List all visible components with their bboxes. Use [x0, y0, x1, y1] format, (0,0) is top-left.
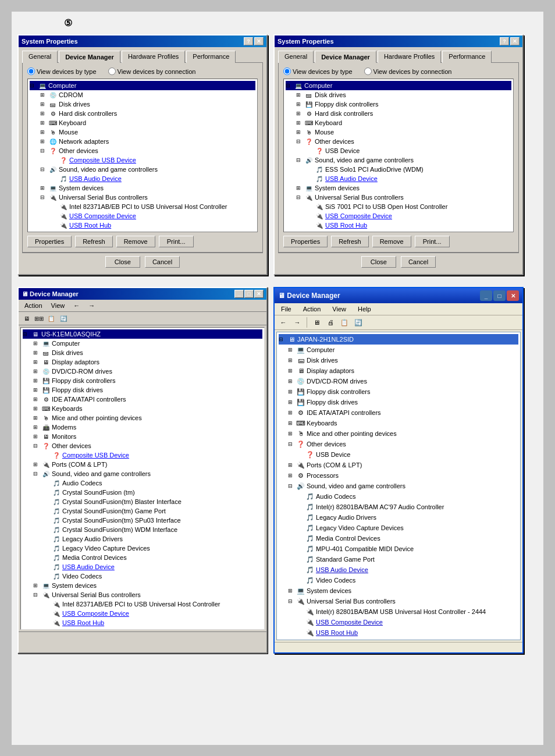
- radio-by-type-input[interactable]: [27, 68, 35, 75]
- tree-item[interactable]: 🎵 Crystal SoundFusion (tm): [44, 488, 262, 497]
- bl-max-btn[interactable]: □: [244, 290, 254, 298]
- tree-item[interactable]: ⊟ 💻 Computer: [30, 81, 255, 90]
- tree-item[interactable]: ⊞ 🔌 Ports (COM & LPT): [33, 460, 262, 469]
- tree-item[interactable]: 🎵 Legacy Video Capture Devices: [44, 544, 262, 553]
- tree-item[interactable]: ⊞ 💾 Floppy disk controllers: [33, 376, 262, 385]
- radio-by-type-r[interactable]: View devices by type: [283, 68, 353, 75]
- tree-item[interactable]: ⊟ ❓ Other devices: [40, 146, 255, 155]
- tree-item[interactable]: 🎵 USB Audio Device: [51, 174, 255, 183]
- tree-item[interactable]: ⊞ 🌐 Network adapters: [40, 137, 255, 146]
- toolbar-back[interactable]: ←: [278, 317, 289, 328]
- tree-item[interactable]: ⊞ 🖴 Disk drives: [40, 100, 255, 109]
- tree-item[interactable]: ⊟ ❓ Other devices: [33, 441, 262, 450]
- refresh-btn-r[interactable]: Refresh: [331, 236, 369, 247]
- tab-hardware-profiles-r[interactable]: Hardware Profiles: [378, 51, 441, 63]
- tree-item[interactable]: ⊞ 🖥 Monitors: [33, 432, 262, 441]
- tree-item[interactable]: ⊞ 💻 System devices: [40, 183, 255, 193]
- tree-item[interactable]: ⊞ 🖴 Disk drives: [296, 90, 511, 100]
- br-close-btn[interactable]: ✕: [507, 290, 519, 301]
- tree-item[interactable]: ⊟ 🖥 US-K1EML0ASQIHZ: [23, 329, 262, 339]
- properties-btn[interactable]: Properties: [27, 236, 72, 247]
- tree-item[interactable]: ⊞ 💾 Floppy disk drives: [288, 397, 518, 407]
- tree-item[interactable]: ⊟ 🔊 Sound, video and game controllers: [288, 481, 518, 491]
- tree-item[interactable]: ⊞ 🖱 Mouse: [296, 127, 511, 137]
- tree-item[interactable]: ⊟ 🔊 Sound, video and game controllers: [40, 165, 255, 174]
- tree-item[interactable]: 🎵 Legacy Audio Drivers: [44, 534, 262, 544]
- tree-item[interactable]: 🎵 MPU-401 Compatible MIDI Device: [297, 544, 518, 554]
- print-btn[interactable]: Print...: [159, 236, 194, 247]
- tree-item[interactable]: ⊞ 💿 CDROM: [40, 90, 255, 100]
- bl-min-btn[interactable]: _: [234, 290, 244, 298]
- tree-item[interactable]: 🎵 Audio Codecs: [297, 491, 518, 502]
- tree-item[interactable]: ⊞ 🖴 Disk drives: [33, 348, 262, 357]
- tree-item[interactable]: ⊞ ⌨ Keyboards: [33, 404, 262, 413]
- menu-action[interactable]: Action: [300, 304, 324, 314]
- tree-item[interactable]: 🎵 Crystal SoundFusion(tm) Blaster Interf…: [44, 497, 262, 506]
- close-btn-r[interactable]: Close: [361, 256, 396, 268]
- tree-item[interactable]: ⊞ 🖥 Display adaptors: [288, 365, 518, 376]
- tree-item[interactable]: 🎵 Media Control Devices: [297, 533, 518, 544]
- tree-item[interactable]: ⊟ 🔊 Sound, video and game controllers: [33, 469, 262, 478]
- tree-item[interactable]: 🎵 Standard Game Port: [297, 554, 518, 565]
- menu-help[interactable]: Help: [355, 304, 374, 314]
- tree-item[interactable]: 🎵 USB Audio Device: [297, 565, 518, 575]
- tree-item[interactable]: 🔌 Intel 82371AB/EB PCI to USB Universal …: [51, 202, 255, 211]
- tree-item[interactable]: ⊟ ❓ Other devices: [288, 439, 518, 449]
- tree-item[interactable]: ❓ USB Device: [297, 449, 518, 460]
- toolbar-computer[interactable]: 🖥: [311, 317, 322, 328]
- tree-item[interactable]: 🔌 USB Composite Device: [51, 211, 255, 221]
- cancel-btn[interactable]: Cancel: [145, 256, 180, 268]
- br-min-btn[interactable]: _: [480, 290, 492, 301]
- tree-item[interactable]: ⊞ 💾 Floppy disk controllers: [288, 386, 518, 397]
- radio-by-type-r-input[interactable]: [283, 68, 291, 75]
- close-btn[interactable]: Close: [105, 256, 140, 268]
- tree-item[interactable]: ⊞ ⚙ Hard disk controllers: [296, 109, 511, 118]
- tree-item[interactable]: ⊞ 🔌 Ports (COM & LPT): [288, 460, 518, 470]
- tree-item[interactable]: ⊞ 💻 Computer: [288, 345, 518, 355]
- tree-item[interactable]: 🎵 Intel(r) 82801BA/BAM AC'97 Audio Contr…: [297, 502, 518, 512]
- radio-by-connection-input[interactable]: [108, 68, 116, 75]
- tree-item[interactable]: ⊟ 🖥 JAPAN-2H1NL2SID: [279, 334, 518, 345]
- tree-item[interactable]: ⊞ 💻 Computer: [33, 339, 262, 348]
- tree-item[interactable]: 🎵 USB Audio Device: [307, 174, 511, 183]
- tab-device-manager-r[interactable]: Device Manager: [315, 51, 376, 63]
- tab-performance[interactable]: Performance: [186, 51, 236, 63]
- menu-file[interactable]: File: [278, 304, 294, 314]
- menu-view[interactable]: View: [329, 304, 349, 314]
- tree-item[interactable]: ⊞ ⌨ Keyboard: [296, 118, 511, 127]
- tab-device-manager[interactable]: Device Manager: [59, 51, 120, 63]
- tree-item[interactable]: ❓ Composite USB Device: [51, 155, 255, 165]
- tree-item[interactable]: 🎵 ESS Solo1 PCI AudioDrive (WDM): [307, 165, 511, 174]
- radio-by-connection-r-input[interactable]: [364, 68, 372, 75]
- cancel-btn-r[interactable]: Cancel: [401, 256, 436, 268]
- tree-item[interactable]: 🔌 USB Root Hub: [44, 618, 262, 627]
- menu-view[interactable]: View: [48, 301, 68, 310]
- top-right-help-btn[interactable]: ?: [500, 37, 509, 45]
- toolbar-forward[interactable]: →: [291, 317, 303, 328]
- tree-item[interactable]: 🔌 USB Root Hub: [307, 221, 511, 230]
- tree-item[interactable]: ⊟ 🔌 Universal Serial Bus controllers: [33, 590, 262, 599]
- print-btn-r[interactable]: Print...: [415, 236, 450, 247]
- top-left-close-btn[interactable]: ✕: [254, 37, 264, 45]
- tree-item[interactable]: ⊞ ⌨ Keyboard: [40, 118, 255, 127]
- tree-item[interactable]: 🔌 USB Composite Device: [44, 609, 262, 618]
- top-right-close-btn[interactable]: ✕: [510, 37, 520, 45]
- tree-item[interactable]: ❓ Composite USB Device: [44, 450, 262, 460]
- tree-item[interactable]: 🎵 Crystal SoundFusion(tm) SPu03 Interfac…: [44, 516, 262, 525]
- tree-item[interactable]: 🔌 Intel(r) 82801BA/BAM USB Universal Hos…: [297, 606, 518, 617]
- tree-item[interactable]: ⊟ ❓ Other devices: [296, 137, 511, 146]
- toolbar-refresh[interactable]: 🔄: [353, 317, 364, 328]
- tree-item[interactable]: ⊟ 🔊 Sound, video and game controllers: [296, 155, 511, 165]
- toolbar-props[interactable]: 📋: [339, 317, 350, 328]
- toolbar-btn[interactable]: ⊞⊞: [34, 313, 44, 324]
- radio-by-connection-r[interactable]: View devices by connection: [364, 68, 452, 75]
- tree-item[interactable]: 🎵 Legacy Video Capture Devices: [297, 523, 518, 533]
- bl-close-btn[interactable]: ✕: [254, 290, 264, 298]
- tree-item[interactable]: ⊞ 💻 System devices: [296, 183, 511, 193]
- tree-item[interactable]: 🎵 USB Audio Device: [44, 562, 262, 572]
- tree-item[interactable]: ⊞ 💻 System devices: [33, 581, 262, 590]
- tree-item[interactable]: ⊞ 🖱 Mice and other pointing devices: [288, 428, 518, 439]
- tree-item[interactable]: ⊟ 💻 Computer: [286, 81, 511, 90]
- tree-item[interactable]: 🔌 USB Composite Device: [297, 617, 518, 627]
- tree-item[interactable]: ⊞ 💿 DVD/CD-ROM drives: [33, 367, 262, 376]
